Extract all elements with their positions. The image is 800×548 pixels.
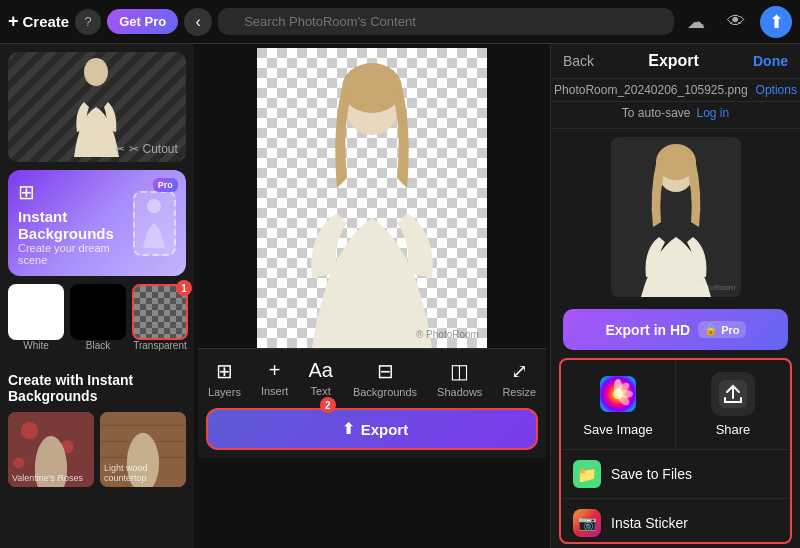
right-done-button[interactable]: Done xyxy=(753,53,788,69)
tool-text[interactable]: Aa Text xyxy=(298,355,342,402)
text-tool-icon: Aa xyxy=(308,359,332,382)
insta-sticker-label: Insta Sticker xyxy=(611,515,688,531)
export-hd-button[interactable]: Export in HD 🔒 Pro xyxy=(563,309,788,350)
instant-backgrounds-banner[interactable]: ⊞ Instant Backgrounds Create your dream … xyxy=(8,170,186,276)
export-share-button[interactable]: ⬆ xyxy=(760,6,792,38)
save-image-icon xyxy=(596,372,640,416)
action-insta-sticker[interactable]: 📷 Insta Sticker xyxy=(561,499,790,544)
instagram-symbol: 📷 xyxy=(578,514,597,532)
share-icon-svg xyxy=(719,380,747,408)
photoroom-logo-small: ® PhotoRoom xyxy=(416,329,479,340)
bg-variant-black[interactable]: Black xyxy=(70,284,126,362)
scene-wood[interactable]: Light wood countertop xyxy=(100,412,186,487)
shadows-tool-label: Shadows xyxy=(437,386,482,398)
right-panel: Back Export Done PhotoRoom_20240206_1059… xyxy=(550,44,800,548)
export-upload-icon: ⬆ xyxy=(342,420,355,438)
create-button[interactable]: + Create xyxy=(8,11,69,32)
scene-valentine[interactable]: Valentine's Roses xyxy=(8,412,94,487)
help-button[interactable]: ? xyxy=(75,9,101,35)
export-badge-number: 2 xyxy=(320,397,336,413)
instant-bg-text: Instant Backgrounds Create your dream sc… xyxy=(18,208,133,266)
scene-wood-label: Light wood countertop xyxy=(104,463,186,483)
bg-variant-transparent[interactable]: 1 Transparent xyxy=(132,284,188,362)
save-image-col[interactable]: Save Image xyxy=(561,360,676,449)
login-link[interactable]: Log in xyxy=(697,106,730,120)
bg-black-label: Black xyxy=(86,340,110,351)
get-pro-button[interactable]: Get Pro xyxy=(107,9,178,34)
toolbar-tools-row: ⊞ Layers + Insert Aa Text ⊟ Backgrounds … xyxy=(198,355,546,402)
save-share-row: Save Image Share xyxy=(561,360,790,450)
canvas-svg xyxy=(257,48,487,348)
canvas-image: ® PhotoRoom xyxy=(257,48,487,348)
action-save-to-files[interactable]: 📁 Save to Files xyxy=(561,450,790,499)
layers-tool-icon: ⊞ xyxy=(216,359,233,383)
create-section-title: Create with Instant Backgrounds xyxy=(8,372,186,404)
files-icon: 📁 xyxy=(573,460,601,488)
instant-bg-content: ⊞ Instant Backgrounds Create your dream … xyxy=(18,180,133,266)
resize-tool-label: Resize xyxy=(502,386,536,398)
tool-insert[interactable]: + Insert xyxy=(251,355,299,402)
eye-icon-button[interactable]: 👁 xyxy=(720,6,752,38)
canvas-watermark: ® PhotoRoom xyxy=(416,329,479,340)
right-watermark: ® PhotoRoom xyxy=(685,283,735,292)
lock-icon: 🔒 xyxy=(704,323,718,336)
scene-thumbs: Valentine's Roses Light wood countertop xyxy=(8,412,186,487)
photos-icon-svg xyxy=(600,376,636,412)
save-to-files-label: Save to Files xyxy=(611,466,692,482)
resize-tool-icon: ⤢ xyxy=(511,359,528,383)
share-col[interactable]: Share xyxy=(676,360,790,449)
share-icon xyxy=(711,372,755,416)
bg-variant-white[interactable]: White xyxy=(8,284,64,362)
right-preview: ® PhotoRoom xyxy=(551,129,800,305)
right-autosave: To auto-save Log in xyxy=(551,102,800,129)
right-filename: PhotoRoom_20240206_105925.png xyxy=(554,83,748,97)
tool-resize[interactable]: ⤢ Resize xyxy=(492,355,546,402)
scene-valentine-label: Valentine's Roses xyxy=(12,473,83,483)
tool-shadows[interactable]: ◫ Shadows xyxy=(427,355,492,402)
insert-tool-icon: + xyxy=(269,359,281,382)
tool-backgrounds[interactable]: ⊟ Backgrounds xyxy=(343,355,427,402)
search-input[interactable] xyxy=(218,8,674,35)
layers-tool-label: Layers xyxy=(208,386,241,398)
right-back-button[interactable]: Back xyxy=(563,53,594,69)
instant-bg-preview-thumb xyxy=(133,191,176,256)
autosave-label: To auto-save xyxy=(622,106,691,120)
right-header: Back Export Done xyxy=(551,44,800,79)
bg-black-thumb[interactable] xyxy=(70,284,126,340)
pro-badge: Pro xyxy=(153,178,178,192)
svg-point-1 xyxy=(147,199,161,213)
preview-woman-mini xyxy=(139,198,169,248)
center-canvas: ® PhotoRoom ⊞ Layers + Insert Aa Text xyxy=(194,44,550,548)
back-arrow-button[interactable]: ‹ xyxy=(184,8,212,36)
tool-layers[interactable]: ⊞ Layers xyxy=(198,355,251,402)
right-preview-image: ® PhotoRoom xyxy=(611,137,741,297)
backgrounds-tool-icon: ⊟ xyxy=(377,359,394,383)
svg-point-0 xyxy=(84,58,108,86)
top-toolbar: + Create ? Get Pro ‹ 🔍 ☁ 👁 ⬆ xyxy=(0,0,800,44)
cloud-icon-button[interactable]: ☁ xyxy=(680,6,712,38)
svg-point-3 xyxy=(21,422,38,439)
layers-icon: ⊞ xyxy=(18,180,133,204)
search-wrapper: 🔍 xyxy=(218,8,674,35)
export-button-label: Export xyxy=(361,421,409,438)
left-panel: ✂ ✂ Cutout ⊞ Instant Backgrounds Create … xyxy=(0,44,194,548)
main-area: ✂ ✂ Cutout ⊞ Instant Backgrounds Create … xyxy=(0,44,800,548)
bg-transparent-label: Transparent xyxy=(133,340,187,351)
bottom-toolbar: ⊞ Layers + Insert Aa Text ⊟ Backgrounds … xyxy=(198,348,546,458)
right-preview-svg xyxy=(611,137,741,297)
text-tool-label: Text xyxy=(311,385,331,397)
instagram-icon: 📷 xyxy=(573,509,601,537)
shadows-tool-icon: ◫ xyxy=(450,359,469,383)
share-label: Share xyxy=(716,422,751,437)
hd-pro-badge: 🔒 Pro xyxy=(698,321,745,338)
cutout-preview: ✂ ✂ Cutout xyxy=(8,52,186,162)
right-options-link[interactable]: Options xyxy=(756,83,797,97)
bg-variants: White Black 1 Transparent Original image xyxy=(8,284,186,362)
svg-point-27 xyxy=(613,389,623,399)
transparent-badge: 1 xyxy=(176,280,192,296)
export-button[interactable]: 2 ⬆ Export xyxy=(206,408,538,450)
export-hd-label: Export in HD xyxy=(605,322,690,338)
bg-white-thumb[interactable] xyxy=(8,284,64,340)
right-panel-title: Export xyxy=(602,52,745,70)
insert-tool-label: Insert xyxy=(261,385,289,397)
